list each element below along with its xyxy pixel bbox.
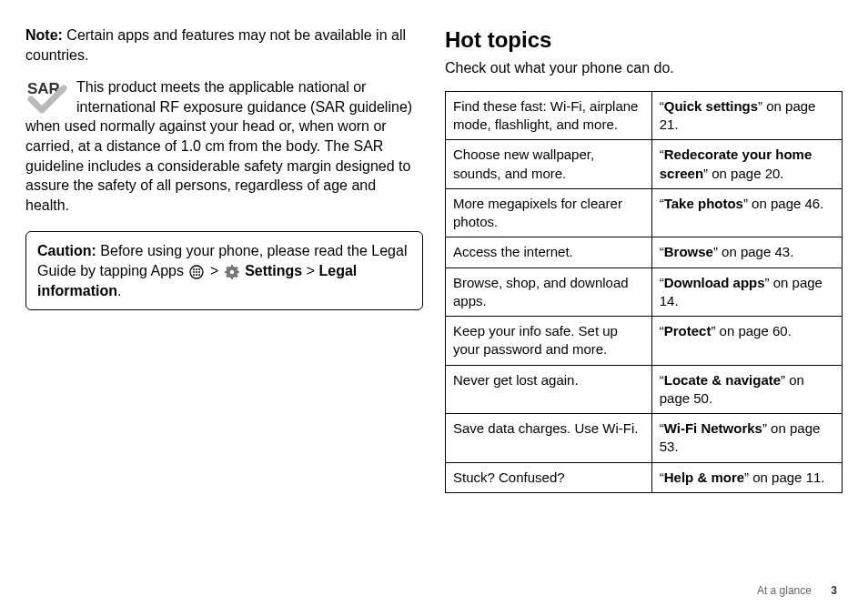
topic-ref-tail: ” on page 60. [711,323,791,338]
svg-point-3 [196,268,197,270]
table-row: Stuck? Confused?“Help & more” on page 11… [446,462,843,492]
svg-point-7 [198,271,200,273]
svg-rect-12 [231,265,233,268]
footer-section: At a glance [757,584,812,597]
topic-ref: “Take photos” on page 46. [651,188,842,237]
topic-link[interactable]: Wi-Fi Networks [664,420,762,436]
left-column: Note: Certain apps and features may not … [25,25,423,493]
topic-ref: “Wi-Fi Networks” on page 53. [651,414,842,463]
topic-link[interactable]: Quick settings [664,98,758,114]
apps-icon [189,265,204,279]
topic-link[interactable]: Help & more [664,470,744,485]
svg-point-4 [198,268,200,270]
table-row: Save data charges. Use Wi-Fi.“Wi-Fi Netw… [446,414,843,463]
table-row: Access the internet.“Browse” on page 43. [446,237,843,268]
topic-ref: “Help & more” on page 11. [651,462,842,492]
hot-topics-sub: Check out what your phone can do. [445,58,843,78]
svg-point-2 [193,268,195,270]
topic-desc: Save data charges. Use Wi-Fi. [446,414,652,463]
settings-gear-icon [225,265,239,279]
topic-link[interactable]: Download apps [664,275,765,290]
caution-box: Caution: Before using your phone, please… [25,231,423,310]
page-footer: At a glance 3 [757,583,837,598]
sar-text: This product meets the applicable nation… [25,79,412,213]
topic-link[interactable]: Browse [664,244,713,259]
note-label: Note: [25,27,63,43]
hot-topics-table: Find these fast: Wi-Fi, airplane mode, f… [445,91,843,493]
caution-end: . [117,283,121,298]
table-row: Keep your info safe. Set up your passwor… [446,317,843,366]
topic-ref-tail: ” on page 20. [703,166,783,181]
topic-ref-tail: ” on page 46. [743,196,823,211]
sar-badge-icon: SAR [25,79,69,116]
caution-gt1: > [206,263,222,278]
table-row: More megapixels for clearer photos.“Take… [446,188,843,237]
topic-ref-tail: ” on page 43. [713,244,793,259]
topic-ref: “Redecorate your home screen” on page 20… [651,140,842,189]
topic-link[interactable]: Locate & navigate [664,372,781,388]
caution-settings: Settings [245,263,302,278]
topic-desc: Access the internet. [446,237,652,268]
topic-link[interactable]: Protect [664,323,712,338]
svg-point-20 [229,270,233,274]
svg-point-8 [193,274,195,276]
topic-ref: “Browse” on page 43. [651,237,842,268]
svg-point-9 [196,274,197,276]
sar-paragraph: SAR This product meets the applicable na… [25,77,423,215]
topic-desc: Choose new wallpaper, sounds, and more. [446,140,652,189]
svg-rect-13 [231,277,233,279]
topic-ref-tail: ” on page 11. [744,470,824,485]
topic-ref: “Locate & navigate” on page 50. [651,365,842,414]
topic-desc: Never get lost again. [446,365,652,414]
svg-point-6 [196,271,197,273]
topic-desc: Stuck? Confused? [446,462,652,492]
topic-ref: “Protect” on page 60. [651,317,842,366]
table-row: Choose new wallpaper, sounds, and more.“… [446,140,843,189]
caution-gt2: > [302,263,318,278]
right-column: Hot topics Check out what your phone can… [445,25,843,493]
topic-desc: More megapixels for clearer photos. [446,188,652,237]
svg-rect-14 [225,271,227,273]
topic-desc: Find these fast: Wi-Fi, airplane mode, f… [446,91,652,140]
note-text: Certain apps and features may not be ava… [25,27,406,63]
topic-ref: “Download apps” on page 14. [651,268,842,317]
svg-rect-15 [237,271,239,273]
caution-label: Caution: [37,243,96,258]
topic-desc: Browse, shop, and download apps. [446,268,652,317]
note-paragraph: Note: Certain apps and features may not … [25,25,423,65]
footer-page-number: 3 [831,584,837,597]
hot-topics-heading: Hot topics [445,25,843,55]
topic-link[interactable]: Take photos [664,196,743,211]
table-row: Find these fast: Wi-Fi, airplane mode, f… [446,91,843,140]
svg-point-10 [198,274,200,276]
topic-ref: “Quick settings” on page 21. [651,91,842,140]
table-row: Browse, shop, and download apps.“Downloa… [446,268,843,317]
table-row: Never get lost again.“Locate & navigate”… [446,365,843,414]
svg-point-5 [193,271,195,273]
topic-desc: Keep your info safe. Set up your passwor… [446,317,652,366]
